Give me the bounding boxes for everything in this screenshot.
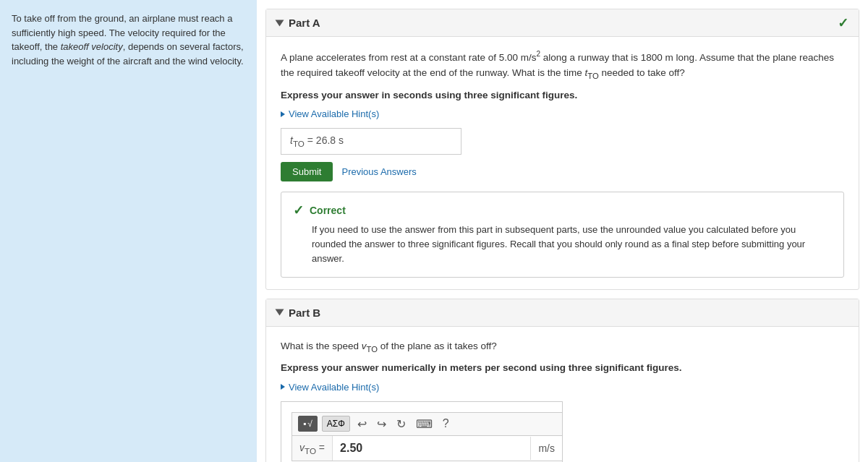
part-a-hint-link[interactable]: View Available Hint(s) bbox=[281, 108, 379, 119]
part-b-input-container: ▪ √ ΑΣΦ ↩ ↪ ↻ ⌨ ? vTO = m/s bbox=[281, 401, 563, 462]
part-a-instruction: Express your answer in seconds using thr… bbox=[281, 90, 844, 100]
part-a-answer-text: tTO = 26.8 s bbox=[290, 134, 344, 148]
part-a-hint-label: View Available Hint(s) bbox=[289, 108, 379, 119]
part-a-label: Part A bbox=[289, 17, 320, 29]
part-b-hint-link[interactable]: View Available Hint(s) bbox=[281, 382, 379, 393]
part-b-hint-triangle-icon bbox=[281, 384, 285, 390]
correct-check-icon: ✓ bbox=[293, 202, 304, 218]
part-a-correct-label: Correct bbox=[310, 205, 346, 216]
sidebar-italic: takeoff velocity bbox=[61, 41, 123, 52]
part-b-section: Part B What is the speed vTO of the plan… bbox=[265, 299, 859, 463]
part-b-label: Part B bbox=[289, 307, 320, 319]
part-a-collapse-icon bbox=[276, 20, 284, 26]
keyboard-button[interactable]: ⌨ bbox=[413, 416, 435, 432]
part-b-toolbar: ▪ √ ΑΣΦ ↩ ↪ ↻ ⌨ ? bbox=[292, 412, 563, 435]
redo-button[interactable]: ↪ bbox=[374, 416, 389, 432]
part-b-header[interactable]: Part B bbox=[266, 299, 859, 327]
part-b-answer-input-row: vTO = m/s bbox=[292, 435, 563, 462]
part-b-question: What is the speed vTO of the plane as it… bbox=[281, 338, 844, 356]
part-a-submit-button[interactable]: Submit bbox=[281, 162, 333, 181]
part-a-header[interactable]: Part A ✓ bbox=[266, 9, 859, 37]
sqrt-button[interactable]: ▪ √ bbox=[298, 416, 318, 432]
undo-button[interactable]: ↩ bbox=[354, 416, 370, 432]
help-button[interactable]: ? bbox=[440, 416, 452, 432]
greek-button[interactable]: ΑΣΦ bbox=[322, 416, 350, 432]
sqrt-icon: ▪ bbox=[303, 419, 306, 429]
part-b-body: What is the speed vTO of the plane as it… bbox=[266, 327, 859, 463]
part-a-previous-answers-link[interactable]: Previous Answers bbox=[341, 166, 416, 177]
part-a-correct-header: ✓ Correct bbox=[293, 202, 832, 218]
part-b-answer-label: vTO = bbox=[292, 436, 333, 461]
hint-triangle-icon bbox=[281, 111, 285, 117]
part-b-collapse-icon bbox=[276, 309, 284, 316]
part-a-correct-box: ✓ Correct If you need to use the answer … bbox=[281, 192, 844, 277]
part-a-submit-row: Submit Previous Answers bbox=[281, 162, 844, 181]
refresh-button[interactable]: ↻ bbox=[393, 416, 409, 432]
main-content: Part A ✓ A plane accelerates from rest a… bbox=[257, 0, 868, 462]
part-a-body: A plane accelerates from rest at a const… bbox=[266, 37, 859, 289]
part-b-unit-label: m/s bbox=[530, 437, 562, 460]
part-b-hint-label: View Available Hint(s) bbox=[289, 382, 379, 393]
sqrt-label: √ bbox=[307, 419, 312, 429]
part-a-checkmark-icon: ✓ bbox=[838, 15, 848, 31]
part-b-answer-input[interactable] bbox=[333, 436, 530, 461]
part-a-question: A plane accelerates from rest at a const… bbox=[281, 48, 844, 82]
part-a-correct-body: If you need to use the answer from this … bbox=[312, 223, 832, 266]
part-a-answer-box: tTO = 26.8 s bbox=[281, 128, 461, 155]
sidebar: To take off from the ground, an airplane… bbox=[0, 0, 257, 462]
part-a-section: Part A ✓ A plane accelerates from rest a… bbox=[265, 9, 859, 290]
part-b-instruction: Express your answer numerically in meter… bbox=[281, 362, 844, 373]
